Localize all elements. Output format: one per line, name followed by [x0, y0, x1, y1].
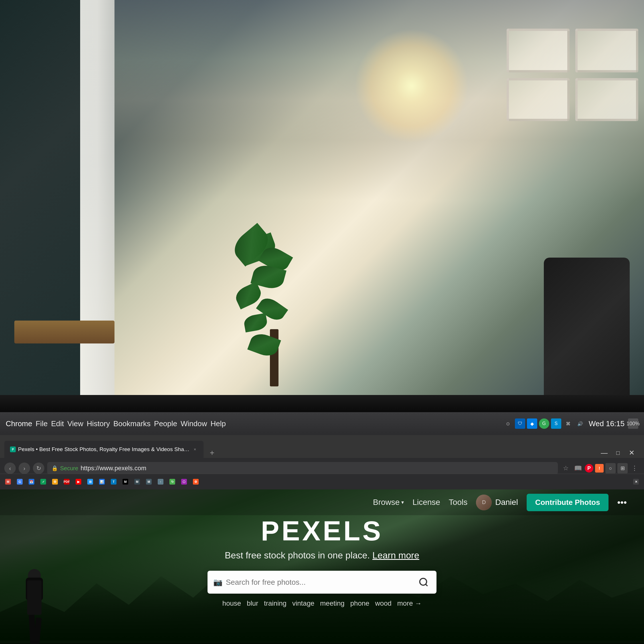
secure-badge: 🔒	[52, 465, 58, 471]
forward-button[interactable]: ›	[19, 463, 30, 474]
ext-12[interactable]: M	[144, 478, 154, 486]
battery-icon: 100%	[628, 418, 638, 429]
chrome-minimize[interactable]: —	[599, 448, 609, 458]
pinterest-icon[interactable]: P	[585, 464, 593, 473]
bookmark-5[interactable]: ⚙	[50, 478, 60, 486]
more-menu-button[interactable]: •••	[617, 497, 627, 508]
favicon-8: ⊞	[87, 479, 93, 485]
menu-chrome[interactable]: Chrome	[6, 419, 32, 428]
tagline-text: Best free stock photos in one place.	[225, 550, 370, 560]
site-title: PEXELS	[0, 515, 644, 547]
office-chair	[544, 258, 630, 401]
search-input[interactable]	[226, 578, 416, 587]
pexels-navbar: Browse ▾ License Tools D Daniel Contribu…	[0, 489, 644, 515]
tag-training[interactable]: training	[264, 599, 287, 607]
browser-action-icons: ☆ 📖 P ! ○ ⊞ ⋮	[561, 463, 640, 473]
favicon-5: ⚙	[52, 479, 58, 485]
chrome-maximize[interactable]: □	[613, 448, 623, 458]
tag-phone[interactable]: phone	[350, 599, 370, 607]
tag-more[interactable]: more →	[397, 599, 422, 607]
contribute-photos-button[interactable]: Contribute Photos	[527, 494, 609, 511]
ext-2[interactable]: ○	[605, 463, 616, 473]
bookmark-youtube[interactable]: ▶	[73, 478, 84, 486]
bookmark-4[interactable]: ✓	[38, 478, 48, 486]
tag-wood[interactable]: wood	[375, 599, 391, 607]
menu-view[interactable]: View	[67, 419, 83, 428]
favicon-sync: ↻	[169, 479, 175, 485]
office-windows	[501, 23, 644, 166]
search-container: 📷	[208, 571, 436, 594]
favicon-9: 📊	[99, 479, 105, 485]
quick-search-tags: house blur training vintage meeting phon…	[0, 599, 644, 607]
favicon-settings: ⚙	[193, 479, 199, 485]
address-bar[interactable]: 🔒 Secure https://www.pexels.com	[47, 462, 558, 475]
ext-close[interactable]: ✕	[631, 478, 641, 486]
favicon-12: M	[146, 479, 152, 485]
youtube-favicon: ▶	[76, 479, 81, 485]
ext-settings[interactable]: ⚙	[191, 478, 201, 486]
bookmark-2[interactable]: G	[15, 478, 25, 486]
reading-list-icon[interactable]: 📖	[573, 463, 583, 473]
forward-icon: ›	[23, 465, 25, 472]
more-actions-icon[interactable]: ⋮	[629, 463, 640, 473]
bookmark-9[interactable]: 📊	[97, 478, 107, 486]
ext-sync[interactable]: ↻	[167, 478, 177, 486]
favicon-6: PDF	[64, 479, 70, 485]
svg-line-1	[426, 584, 428, 586]
user-avatar[interactable]: D	[476, 495, 492, 510]
bookmark-6[interactable]: PDF	[62, 478, 72, 486]
svg-point-0	[420, 578, 427, 585]
bookmark-3[interactable]: 📅	[26, 478, 37, 486]
pexels-website: Browse ▾ License Tools D Daniel Contribu…	[0, 489, 644, 644]
tag-vintage[interactable]: vintage	[292, 599, 314, 607]
refresh-button[interactable]: ↻	[33, 463, 44, 474]
search-camera-icon: 📷	[213, 578, 222, 587]
site-tagline: Best free stock photos in one place. Lea…	[0, 550, 644, 561]
new-tab-button[interactable]: +	[207, 448, 217, 458]
menu-window[interactable]: Window	[181, 419, 207, 428]
chrome-tab-pexels[interactable]: P Pexels • Best Free Stock Photos, Royal…	[4, 441, 204, 458]
ext-share[interactable]: ⬡	[179, 478, 189, 486]
ext-1[interactable]: !	[595, 464, 604, 473]
tag-blur[interactable]: blur	[247, 599, 258, 607]
ext-medium[interactable]: M	[120, 478, 131, 486]
browse-nav-link[interactable]: Browse ▾	[373, 498, 404, 507]
bookmark-8[interactable]: ⊞	[85, 478, 95, 486]
favicon-11: M	[134, 479, 140, 485]
bookmark-star-icon[interactable]: ☆	[561, 463, 571, 473]
bookmark-gmail[interactable]: M	[3, 478, 13, 486]
status-icon-4: G	[539, 418, 549, 429]
back-button[interactable]: ‹	[4, 463, 16, 474]
menu-edit[interactable]: Edit	[51, 419, 64, 428]
wifi-icon: ⌘	[563, 418, 573, 429]
tag-house[interactable]: house	[222, 599, 241, 607]
bookmarks-bar: M G 📅 ✓ ⚙ PDF ▶ ⊞ 📊 T M	[0, 474, 644, 489]
search-submit-button[interactable]	[416, 575, 431, 589]
macos-status-icons: ⊙ 🛡 ◆ G S ⌘ 🔊	[503, 418, 585, 429]
tab-close-button[interactable]: ×	[192, 447, 198, 452]
bookmark-trello[interactable]: T	[108, 478, 119, 486]
user-section: D Daniel	[476, 495, 518, 510]
menu-history[interactable]: History	[87, 419, 110, 428]
menu-people[interactable]: People	[154, 419, 177, 428]
menu-file[interactable]: File	[35, 419, 48, 428]
status-icon-2: 🛡	[515, 418, 525, 429]
user-name-label[interactable]: Daniel	[495, 498, 518, 507]
tag-meeting[interactable]: meeting	[320, 599, 344, 607]
favicon-x: ✕	[633, 479, 639, 485]
window-light	[354, 29, 469, 143]
medium-favicon: M	[123, 479, 128, 485]
laptop-area: Chrome File Edit View History Bookmarks …	[0, 412, 644, 644]
gmail-favicon: M	[5, 479, 11, 485]
license-nav-link[interactable]: License	[412, 498, 440, 507]
tab-title: Pexels • Best Free Stock Photos, Royalty…	[18, 446, 190, 453]
ext-11[interactable]: M	[132, 478, 142, 486]
menu-bookmarks[interactable]: Bookmarks	[113, 419, 151, 428]
office-plants	[238, 215, 310, 386]
ext-3[interactable]: ⊞	[617, 463, 628, 473]
chrome-close[interactable]: ✕	[627, 448, 637, 458]
ext-upload[interactable]: ↑	[155, 478, 166, 486]
tools-nav-link[interactable]: Tools	[449, 498, 467, 507]
learn-more-link[interactable]: Learn more	[372, 550, 419, 560]
menu-help[interactable]: Help	[211, 419, 226, 428]
